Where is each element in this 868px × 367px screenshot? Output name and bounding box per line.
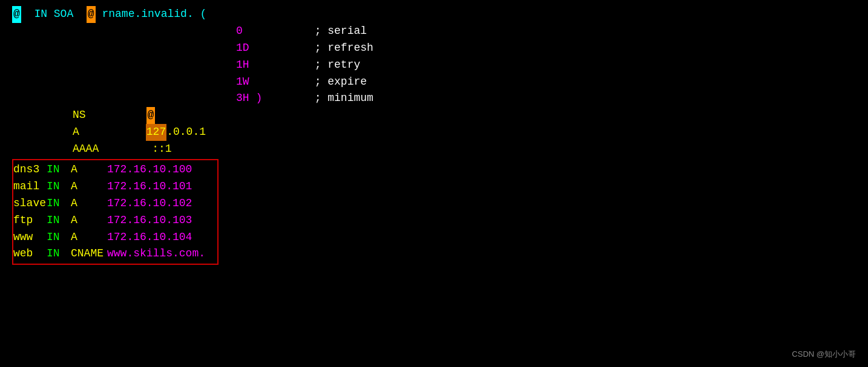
a-line: A127.0.0.1 bbox=[12, 124, 856, 141]
host-dns3: dns3 bbox=[13, 161, 47, 178]
ip-highlight: 127 bbox=[146, 124, 166, 141]
record-ftp: ftpINA172.16.10.103 bbox=[13, 212, 205, 229]
host-slave: slave bbox=[13, 195, 47, 212]
expire-line: 1W ; expire bbox=[12, 74, 856, 91]
value-slave: 172.16.10.102 bbox=[107, 195, 192, 212]
type-ftp: A bbox=[71, 212, 107, 229]
minimum-comment: ; minimum bbox=[262, 90, 373, 107]
value-ftp: 172.16.10.103 bbox=[107, 212, 192, 229]
ip-suffix: .0.0.1 bbox=[166, 124, 206, 141]
record-web: webINCNAMEwww.skills.com. bbox=[13, 245, 205, 262]
record-dns3: dns3INA172.16.10.100 bbox=[13, 161, 205, 178]
type-slave: A bbox=[71, 195, 107, 212]
at-sign-orange-soa: @ bbox=[87, 6, 96, 23]
type-mail: A bbox=[71, 178, 107, 195]
value-web: www.skills.com. bbox=[107, 245, 205, 262]
retry-line: 1H ; retry bbox=[12, 57, 856, 74]
record-www: wwwINA172.16.10.104 bbox=[13, 229, 205, 246]
class-slave: IN bbox=[47, 195, 71, 212]
host-ftp: ftp bbox=[13, 212, 47, 229]
records-section: dns3INA172.16.10.100 mailINA172.16.10.10… bbox=[12, 159, 219, 265]
retry-value: 1H bbox=[236, 57, 249, 74]
refresh-line: 1D ; refresh bbox=[12, 40, 856, 57]
minimum-value: 3H ) bbox=[236, 90, 262, 107]
watermark: CSDN @知小小哥 bbox=[792, 349, 856, 360]
record-mail: mailINA172.16.10.101 bbox=[13, 178, 205, 195]
minimum-line: 3H ) ; minimum bbox=[12, 90, 856, 107]
aaaa-keyword: AAAA bbox=[73, 141, 99, 158]
at-sign-cyan: @ bbox=[12, 6, 21, 23]
refresh-value: 1D bbox=[236, 40, 249, 57]
soa-line: @ IN SOA @ rname.invalid. ( bbox=[12, 6, 856, 23]
serial-line: 0 ; serial bbox=[12, 23, 856, 40]
class-ftp: IN bbox=[47, 212, 71, 229]
value-dns3: 172.16.10.100 bbox=[107, 161, 192, 178]
host-mail: mail bbox=[13, 178, 47, 195]
record-slave: slaveINA172.16.10.102 bbox=[13, 195, 205, 212]
serial-comment: ; serial bbox=[243, 23, 367, 40]
records-box: dns3INA172.16.10.100 mailINA172.16.10.10… bbox=[12, 159, 219, 265]
refresh-comment: ; refresh bbox=[249, 40, 373, 57]
retry-comment: ; retry bbox=[249, 57, 361, 74]
expire-comment: ; expire bbox=[249, 74, 367, 91]
at-sign-ns: @ bbox=[146, 107, 156, 124]
class-mail: IN bbox=[47, 178, 71, 195]
class-dns3: IN bbox=[47, 161, 71, 178]
type-web: CNAME bbox=[71, 245, 107, 262]
expire-value: 1W bbox=[236, 74, 249, 91]
class-www: IN bbox=[47, 229, 71, 246]
soa-keyword: IN SOA bbox=[21, 6, 87, 23]
class-web: IN bbox=[47, 245, 71, 262]
value-mail: 172.16.10.101 bbox=[107, 178, 192, 195]
ns-line: NS@ bbox=[12, 107, 856, 124]
a-keyword: A bbox=[73, 124, 79, 141]
aaaa-line: AAAA::1 bbox=[12, 141, 856, 158]
rname: rname.invalid. ( bbox=[96, 6, 207, 23]
type-www: A bbox=[71, 229, 107, 246]
value-www: 172.16.10.104 bbox=[107, 229, 192, 246]
aaaa-value: ::1 bbox=[152, 141, 171, 158]
type-dns3: A bbox=[71, 161, 107, 178]
serial-value: 0 bbox=[236, 23, 243, 40]
host-www: www bbox=[13, 229, 47, 246]
ns-keyword: NS bbox=[73, 107, 86, 124]
terminal: @ IN SOA @ rname.invalid. ( 0 ; serial 1… bbox=[0, 0, 868, 367]
host-web: web bbox=[13, 245, 47, 262]
